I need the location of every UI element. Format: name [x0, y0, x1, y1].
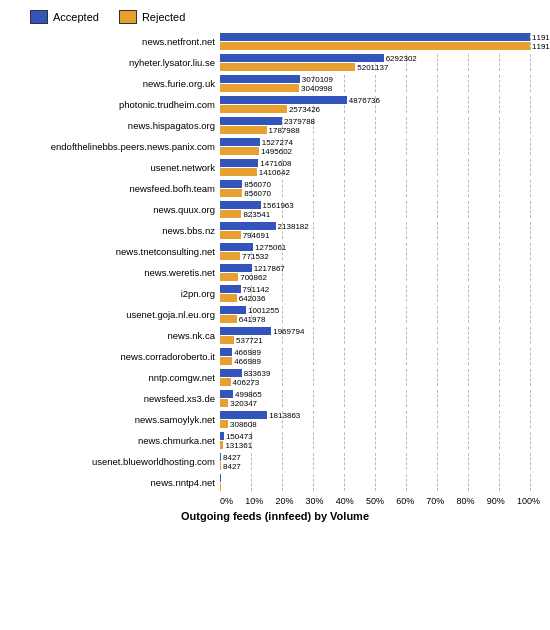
legend-accepted-box	[30, 10, 48, 24]
chart-title: Outgoing feeds (innfeed) by Volume	[10, 510, 540, 522]
bars-wrapper: 30701093040998	[220, 75, 540, 92]
bars-wrapper: 1191906911919069	[220, 33, 550, 50]
x-tick-label: 10%	[245, 496, 263, 506]
accepted-value: 833639	[244, 369, 271, 378]
bars-wrapper: 791142642036	[220, 285, 540, 302]
table-row: photonic.trudheim.com48767362573426	[10, 95, 540, 114]
table-row: news.nntp4.net	[10, 473, 540, 492]
row-label: news.nk.ca	[10, 330, 220, 341]
row-label: endofthelinebbs.peers.news.panix.com	[10, 141, 220, 152]
accepted-value: 2379788	[284, 117, 315, 126]
legend: Accepted Rejected	[10, 10, 540, 24]
accepted-value: 791142	[243, 285, 270, 294]
bars-wrapper: 1813863308608	[220, 411, 540, 428]
legend-accepted-label: Accepted	[53, 11, 99, 23]
x-tick-label: 20%	[275, 496, 293, 506]
bars-wrapper: 62923025201137	[220, 54, 540, 71]
x-tick-label: 50%	[366, 496, 384, 506]
legend-rejected-box	[119, 10, 137, 24]
bars-wrapper: 15272741495602	[220, 138, 540, 155]
table-row: news.chmurka.net150473131361	[10, 431, 540, 450]
bars-wrapper: 466989466989	[220, 348, 540, 365]
row-label: news.quux.org	[10, 204, 220, 215]
rejected-value: 320347	[230, 399, 257, 408]
x-tick-label: 0%	[220, 496, 233, 506]
accepted-value: 6292302	[386, 54, 417, 63]
accepted-value: 8427	[223, 453, 241, 462]
accepted-value: 1275061	[255, 243, 286, 252]
bars-wrapper: 1969794537721	[220, 327, 540, 344]
rejected-value: 406273	[233, 378, 260, 387]
table-row: news.bbs.nz2138182794691	[10, 221, 540, 240]
rejected-value: 2573426	[289, 105, 320, 114]
table-row: endofthelinebbs.peers.news.panix.com1527…	[10, 137, 540, 156]
bars-wrapper: 833639406273	[220, 369, 540, 386]
row-label: usenet.blueworldhosting.com	[10, 456, 220, 467]
rejected-value: 1410642	[259, 168, 290, 177]
x-tick-label: 100%	[517, 496, 540, 506]
x-tick-label: 60%	[396, 496, 414, 506]
table-row: nyheter.lysator.liu.se62923025201137	[10, 53, 540, 72]
rejected-value: 856070	[244, 189, 271, 198]
row-label: newsfeed.xs3.de	[10, 393, 220, 404]
table-row: news.netfront.net1191906911919069	[10, 32, 540, 51]
rejected-value: 5201137	[357, 63, 388, 72]
legend-rejected-label: Rejected	[142, 11, 185, 23]
table-row: news.tnetconsulting.net1275061771532	[10, 242, 540, 261]
accepted-value: 1969794	[273, 327, 304, 336]
x-tick-label: 30%	[306, 496, 324, 506]
rejected-value: 641978	[239, 315, 266, 324]
row-label: usenet.goja.nl.eu.org	[10, 309, 220, 320]
accepted-value: 1813863	[269, 411, 300, 420]
table-row: news.furie.org.uk30701093040998	[10, 74, 540, 93]
row-label: news.netfront.net	[10, 36, 220, 47]
table-row: news.samoylyk.net1813863308608	[10, 410, 540, 429]
row-label: usenet.network	[10, 162, 220, 173]
rejected-value: 1787988	[269, 126, 300, 135]
rejected-value: 8427	[223, 462, 241, 471]
accepted-value: 11919069	[532, 33, 550, 42]
table-row: news.corradoroberto.it466989466989	[10, 347, 540, 366]
row-label: news.bbs.nz	[10, 225, 220, 236]
bars-wrapper: 84278427	[220, 453, 540, 470]
chart-container: Accepted Rejected news.netfront.net11919…	[0, 0, 550, 630]
rejected-value: 700862	[240, 273, 267, 282]
bars-wrapper: 1001255641978	[220, 306, 540, 323]
row-label: news.hispagatos.org	[10, 120, 220, 131]
table-row: i2pn.org791142642036	[10, 284, 540, 303]
row-label: news.corradoroberto.it	[10, 351, 220, 362]
table-row: usenet.network14716081410642	[10, 158, 540, 177]
rejected-value: 308608	[230, 420, 257, 429]
rejected-value: 794691	[243, 231, 270, 240]
row-label: i2pn.org	[10, 288, 220, 299]
row-label: news.samoylyk.net	[10, 414, 220, 425]
table-row: nntp.comgw.net833639406273	[10, 368, 540, 387]
accepted-value: 1527274	[262, 138, 293, 147]
rejected-value: 642036	[239, 294, 266, 303]
row-label: news.chmurka.net	[10, 435, 220, 446]
accepted-value: 4876736	[349, 96, 380, 105]
accepted-value: 1561963	[263, 201, 294, 210]
accepted-value: 499865	[235, 390, 262, 399]
legend-rejected: Rejected	[119, 10, 185, 24]
x-tick-label: 40%	[336, 496, 354, 506]
table-row: usenet.goja.nl.eu.org1001255641978	[10, 305, 540, 324]
bars-wrapper: 499865320347	[220, 390, 540, 407]
accepted-value: 150473	[226, 432, 253, 441]
bars-wrapper: 48767362573426	[220, 96, 540, 113]
bars-wrapper: 1217867700862	[220, 264, 540, 281]
bars-wrapper: 2138182794691	[220, 222, 540, 239]
row-label: nntp.comgw.net	[10, 372, 220, 383]
accepted-value: 1471608	[260, 159, 291, 168]
rejected-value: 466989	[234, 357, 261, 366]
table-row: newsfeed.bofh.team856070856070	[10, 179, 540, 198]
table-row: news.weretis.net1217867700862	[10, 263, 540, 282]
row-label: news.tnetconsulting.net	[10, 246, 220, 257]
accepted-value: 1217867	[254, 264, 285, 273]
row-label: nyheter.lysator.liu.se	[10, 57, 220, 68]
bars-wrapper: 1275061771532	[220, 243, 540, 260]
rejected-value: 771532	[242, 252, 269, 261]
bars-wrapper: 1561963823541	[220, 201, 540, 218]
x-tick-label: 70%	[426, 496, 444, 506]
bars-wrapper: 14716081410642	[220, 159, 540, 176]
